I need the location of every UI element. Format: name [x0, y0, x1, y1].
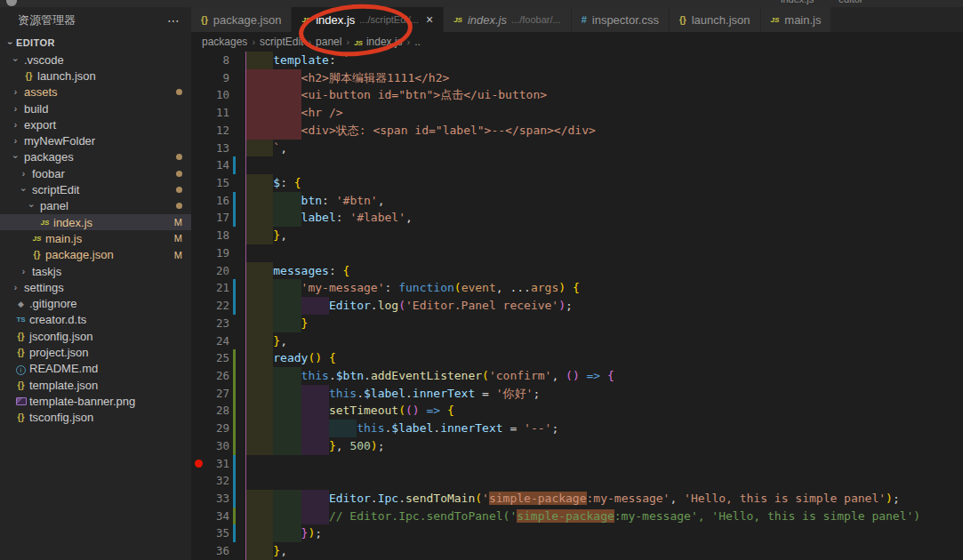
code-text[interactable]: } [245, 315, 308, 332]
tree-item-assets[interactable]: ›assets [0, 84, 191, 100]
line-number[interactable]: 29 [206, 420, 229, 437]
tree-item-taskjs[interactable]: ›taskjs [0, 263, 191, 279]
tree-item-README.md[interactable]: iREADME.md [0, 361, 191, 377]
tree-item-launch.json[interactable]: {}launch.json [0, 68, 191, 84]
code-text[interactable]: btn: '#btn', [245, 192, 385, 210]
line-number[interactable]: 14 [206, 156, 229, 174]
line-number[interactable]: 34 [206, 508, 229, 525]
line-number[interactable]: 16 [206, 192, 229, 210]
tree-item-packages[interactable]: ›packages [0, 149, 191, 165]
tab-package.json[interactable]: {}package.json [191, 7, 291, 32]
breakpoint-margin[interactable] [191, 262, 206, 280]
breakpoint-margin[interactable] [191, 524, 206, 542]
code-text[interactable]: $: { [245, 174, 301, 192]
more-actions-icon[interactable]: ⋯ [167, 13, 181, 28]
breadcrumb-item-..[interactable]: .. [414, 36, 421, 48]
breakpoint-margin[interactable] [191, 420, 206, 437]
code-text[interactable]: }, 500); [245, 437, 385, 455]
code-text[interactable]: <ui-button id="btn">点击</ui-button> [245, 86, 547, 104]
tab-index.js[interactable]: JSindex.js.../foobar/... [444, 7, 571, 32]
tab-inspector.css[interactable]: #inspector.css [572, 7, 669, 32]
line-number[interactable]: 9 [206, 69, 229, 87]
tree-item-myNewFolder[interactable]: ›myNewFolder [0, 132, 191, 148]
line-number[interactable]: 33 [206, 490, 229, 508]
code-text[interactable]: 'my-message': function(event, ...args) { [245, 279, 580, 297]
breakpoint-margin[interactable] [191, 140, 206, 157]
section-header-editor[interactable]: › EDITOR [0, 34, 191, 52]
breakpoint-margin[interactable] [191, 52, 206, 69]
code-text[interactable]: messages: { [245, 262, 349, 280]
code-text[interactable]: this.$label.innerText = '你好'; [245, 385, 540, 403]
tree-item-scriptEdit[interactable]: ›scriptEdit [0, 181, 191, 197]
breakpoint-icon[interactable] [195, 460, 203, 468]
breakpoint-margin[interactable] [191, 437, 206, 455]
breakpoint-margin[interactable] [191, 349, 206, 367]
line-number[interactable]: 27 [206, 385, 229, 403]
line-number[interactable]: 36 [206, 542, 229, 560]
breakpoint-margin[interactable] [191, 244, 206, 262]
code-text[interactable]: Editor.log('Editor.Panel receive'); [245, 297, 573, 315]
tab-close-icon[interactable]: × [426, 13, 433, 26]
breakpoint-margin[interactable] [191, 122, 206, 140]
tree-item-foobar[interactable]: ›foobar [0, 165, 191, 181]
line-number[interactable]: 20 [206, 262, 229, 280]
code-text[interactable]: this.$label.innerText = '--'; [245, 420, 558, 437]
breakpoint-margin[interactable] [191, 227, 206, 244]
tree-item-main.js[interactable]: JSmain.jsM [0, 230, 191, 246]
line-number[interactable]: 13 [206, 140, 229, 157]
breakpoint-margin[interactable] [191, 542, 206, 560]
breakpoint-margin[interactable] [191, 209, 206, 227]
tree-item-.vscode[interactable]: ›.vscode [0, 52, 191, 68]
tree-item-index.js[interactable]: JSindex.jsM [0, 214, 191, 230]
tree-item-.gitignore[interactable]: ◆.gitignore [0, 295, 191, 311]
line-number[interactable]: 24 [206, 332, 229, 350]
line-number[interactable]: 21 [206, 279, 229, 297]
line-number[interactable]: 25 [206, 349, 229, 367]
window-control-button[interactable] [6, 0, 17, 6]
code-text[interactable]: this.$btn.addEventListener('confirm', ()… [245, 367, 614, 385]
line-number[interactable]: 11 [206, 104, 229, 122]
breakpoint-margin[interactable] [191, 455, 206, 473]
code-text[interactable]: <hr /> [245, 104, 343, 122]
line-number[interactable]: 31 [206, 455, 229, 473]
breakpoint-margin[interactable] [191, 279, 206, 297]
line-number[interactable]: 35 [206, 524, 229, 542]
breadcrumb-item-index.js[interactable]: JSindex.js [354, 36, 402, 48]
tree-item-settings[interactable]: ›settings [0, 279, 191, 295]
breadcrumb-item-panel[interactable]: panel [316, 36, 341, 48]
breakpoint-margin[interactable] [191, 402, 206, 420]
breakpoint-margin[interactable] [191, 104, 206, 122]
breakpoint-margin[interactable] [191, 490, 206, 508]
tab-launch.json[interactable]: {}launch.json [670, 7, 760, 32]
code-text[interactable]: setTimeout(() => { [245, 402, 454, 420]
line-number[interactable]: 17 [206, 209, 229, 227]
code-text[interactable]: <div>状态: <span id="label">--</span></div… [245, 122, 596, 140]
tab-index.js[interactable]: JSindex.js.../scriptEdi/...× [292, 7, 443, 32]
tree-item-build[interactable]: ›build [0, 100, 191, 116]
tree-item-template.json[interactable]: {}template.json [0, 377, 191, 393]
code-text[interactable]: label: '#label', [245, 209, 413, 227]
line-number[interactable]: 15 [206, 174, 229, 192]
tree-item-template-banner.png[interactable]: template-banner.png [0, 393, 191, 409]
code-text[interactable]: Editor.Ipc.sendToMain('simple-package:my… [245, 490, 900, 508]
line-number[interactable]: 30 [206, 437, 229, 455]
code-editor[interactable]: 8template: `9<h2>脚本编辑器1111</h2>10<ui-but… [191, 52, 963, 560]
breakpoint-margin[interactable] [191, 367, 206, 385]
line-number[interactable]: 19 [206, 244, 229, 262]
tree-item-export[interactable]: ›export [0, 116, 191, 132]
line-number[interactable]: 23 [206, 315, 229, 332]
breakpoint-margin[interactable] [191, 297, 206, 315]
tree-item-jsconfig.json[interactable]: {}jsconfig.json [0, 328, 191, 344]
code-text[interactable]: }, [245, 227, 287, 244]
breakpoint-margin[interactable] [191, 192, 206, 210]
line-number[interactable]: 18 [206, 227, 229, 244]
line-number[interactable]: 28 [206, 402, 229, 420]
line-number[interactable]: 32 [206, 472, 229, 490]
line-number[interactable]: 12 [206, 122, 229, 140]
code-text[interactable]: template: ` [245, 52, 349, 69]
line-number[interactable]: 26 [206, 367, 229, 385]
breakpoint-margin[interactable] [191, 332, 206, 350]
code-text[interactable]: ready() { [245, 349, 336, 367]
breakpoint-margin[interactable] [191, 174, 206, 192]
code-text[interactable]: }, [245, 332, 287, 350]
